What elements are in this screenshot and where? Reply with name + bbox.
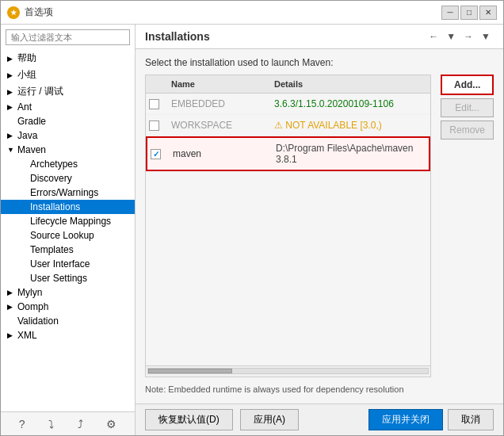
- table-header: Name Details: [146, 75, 430, 94]
- sidebar-item-label: User Interface: [30, 258, 90, 270]
- sidebar-item-label: Java: [17, 130, 37, 141]
- title-controls: ─ □ ✕: [441, 6, 497, 20]
- sidebar-item-lifecycle[interactable]: Lifecycle Mappings: [1, 214, 135, 228]
- sidebar-item-user-settings[interactable]: User Settings: [1, 271, 135, 285]
- table-body: EMBEDDED 3.6.3/1.15.0.20200109-1106 WORK…: [146, 94, 430, 365]
- row-check-embedded[interactable]: [146, 98, 165, 111]
- scrollbar-track[interactable]: [147, 368, 429, 374]
- forward-dropdown-button[interactable]: ▼: [443, 29, 459, 44]
- main-content-area: ▶ 帮助 ▶ 小组 ▶ 运行 / 调试 ▶ Ant: [1, 25, 503, 435]
- sidebar-item-label: Ant: [17, 101, 32, 113]
- apply-button[interactable]: 应用(A): [240, 409, 299, 430]
- row-name-workspace: WORKSPACE: [165, 118, 268, 132]
- sidebar-item-run-debug[interactable]: ▶ 运行 / 调试: [1, 83, 135, 100]
- arrow-icon: ▶: [7, 88, 15, 96]
- sidebar-item-label: XML: [17, 330, 37, 341]
- sidebar-item-validation[interactable]: Validation: [1, 314, 135, 328]
- row-check-maven[interactable]: [147, 147, 166, 161]
- header-name: Name: [165, 78, 268, 90]
- sidebar-item-maven[interactable]: ▼ Maven: [1, 143, 135, 157]
- edit-button[interactable]: Edit...: [441, 98, 494, 117]
- installations-table: Name Details EMBEDDED 3.6.3/1.15.0.20200…: [145, 75, 431, 377]
- action-buttons: Add... Edit... Remove: [436, 75, 494, 377]
- sidebar-item-label: Archetypes: [30, 159, 78, 170]
- row-details-workspace: ⚠ NOT AVAILABLE [3.0,): [268, 118, 430, 132]
- sidebar: ▶ 帮助 ▶ 小组 ▶ 运行 / 调试 ▶ Ant: [1, 25, 136, 435]
- checkbox-workspace[interactable]: [149, 120, 159, 131]
- sidebar-item-user-interface[interactable]: User Interface: [1, 257, 135, 271]
- table-row-maven[interactable]: maven D:\Program Files\Apache\maven 3.8.…: [146, 136, 430, 171]
- table-row[interactable]: WORKSPACE ⚠ NOT AVAILABLE [3.0,): [146, 115, 430, 136]
- arrow-icon: ▼: [7, 146, 15, 154]
- table-row[interactable]: EMBEDDED 3.6.3/1.15.0.20200109-1106: [146, 94, 430, 115]
- arrow-icon: ▶: [7, 289, 15, 296]
- cancel-button[interactable]: 取消: [448, 409, 494, 430]
- row-name-embedded: EMBEDDED: [165, 97, 268, 111]
- arrow-icon: ▶: [7, 103, 15, 111]
- sidebar-item-label: Gradle: [17, 116, 46, 127]
- arrow-icon: ▶: [7, 71, 15, 79]
- apply-close-button[interactable]: 应用并关闭: [368, 409, 443, 430]
- row-name-maven: maven: [166, 147, 269, 161]
- sidebar-item-discovery[interactable]: Discovery: [1, 171, 135, 185]
- sidebar-item-xml[interactable]: ▶ XML: [1, 328, 135, 342]
- tree: ▶ 帮助 ▶ 小组 ▶ 运行 / 调试 ▶ Ant: [1, 50, 135, 411]
- sidebar-bottom-toolbar: ? ⤵ ⤴ ⚙: [1, 411, 135, 435]
- nav-controls: ← ▼ → ▼: [426, 29, 494, 44]
- minimize-button[interactable]: ─: [441, 6, 459, 20]
- row-check-workspace[interactable]: [146, 119, 165, 132]
- main-panel: Installations ← ▼ → ▼ Select the install…: [136, 25, 503, 435]
- sidebar-item-ant[interactable]: ▶ Ant: [1, 100, 135, 114]
- restore-defaults-button[interactable]: 恢复默认值(D): [145, 409, 233, 430]
- help-icon[interactable]: ?: [19, 418, 25, 430]
- title-bar: ★ 首选项 ─ □ ✕: [1, 1, 503, 25]
- panel-title: Installations: [145, 30, 210, 43]
- main-header: Installations ← ▼ → ▼: [136, 25, 503, 49]
- remove-button[interactable]: Remove: [441, 120, 494, 140]
- title-bar-left: ★ 首选项: [7, 6, 53, 19]
- checkbox-embedded[interactable]: [149, 99, 159, 109]
- sidebar-item-label: Oomph: [17, 301, 48, 312]
- sidebar-item-gradle[interactable]: Gradle: [1, 114, 135, 128]
- sidebar-item-errors-warnings[interactable]: Errors/Warnings: [1, 185, 135, 200]
- panel-description: Select the installation used to launch M…: [145, 57, 494, 68]
- checkbox-maven[interactable]: [151, 149, 161, 159]
- sidebar-item-team[interactable]: ▶ 小组: [1, 67, 135, 83]
- close-button[interactable]: ✕: [479, 6, 497, 20]
- add-button[interactable]: Add...: [441, 75, 494, 95]
- maximize-button[interactable]: □: [460, 6, 478, 20]
- sidebar-item-mylyn[interactable]: ▶ Mylyn: [1, 285, 135, 300]
- sidebar-item-label: Source Lookup: [30, 230, 94, 241]
- horizontal-scrollbar[interactable]: [146, 365, 430, 377]
- sidebar-item-label: Errors/Warnings: [30, 187, 98, 198]
- sidebar-item-label: Templates: [30, 244, 74, 255]
- panel-content: Select the installation used to launch M…: [136, 49, 503, 403]
- sidebar-item-label: Installations: [30, 201, 80, 212]
- row-details-embedded: 3.6.3/1.15.0.20200109-1106: [268, 97, 430, 111]
- sidebar-item-label: User Settings: [30, 273, 87, 284]
- sidebar-item-oomph[interactable]: ▶ Oomph: [1, 300, 135, 314]
- row-details-maven: D:\Program Files\Apache\maven 3.8.1: [269, 141, 429, 166]
- arrow-icon: ▶: [7, 55, 15, 63]
- footer-left: 恢复默认值(D) 应用(A): [145, 409, 364, 430]
- sidebar-item-label: Mylyn: [17, 287, 42, 298]
- arrow-icon: ▶: [7, 331, 15, 339]
- window-title: 首选项: [25, 6, 53, 19]
- settings-icon[interactable]: ⚙: [106, 418, 116, 430]
- sidebar-item-label: Maven: [17, 144, 46, 155]
- sidebar-item-label: Lifecycle Mappings: [30, 216, 111, 227]
- sidebar-item-templates[interactable]: Templates: [1, 243, 135, 257]
- preferences-window: ★ 首选项 ─ □ ✕ ▶ 帮助 ▶ 小组: [0, 0, 504, 436]
- forward-dropdown-button2[interactable]: ▼: [478, 29, 494, 44]
- sidebar-item-archetypes[interactable]: Archetypes: [1, 157, 135, 171]
- forward-button[interactable]: →: [460, 29, 476, 44]
- sidebar-item-help[interactable]: ▶ 帮助: [1, 50, 135, 67]
- import-icon[interactable]: ⤵: [48, 418, 54, 430]
- scrollbar-thumb[interactable]: [148, 369, 232, 373]
- back-button[interactable]: ←: [426, 29, 441, 44]
- sidebar-item-source-lookup[interactable]: Source Lookup: [1, 228, 135, 243]
- export-icon[interactable]: ⤴: [78, 418, 83, 430]
- sidebar-item-java[interactable]: ▶ Java: [1, 128, 135, 143]
- filter-input[interactable]: [6, 29, 130, 45]
- sidebar-item-installations[interactable]: Installations: [1, 200, 135, 214]
